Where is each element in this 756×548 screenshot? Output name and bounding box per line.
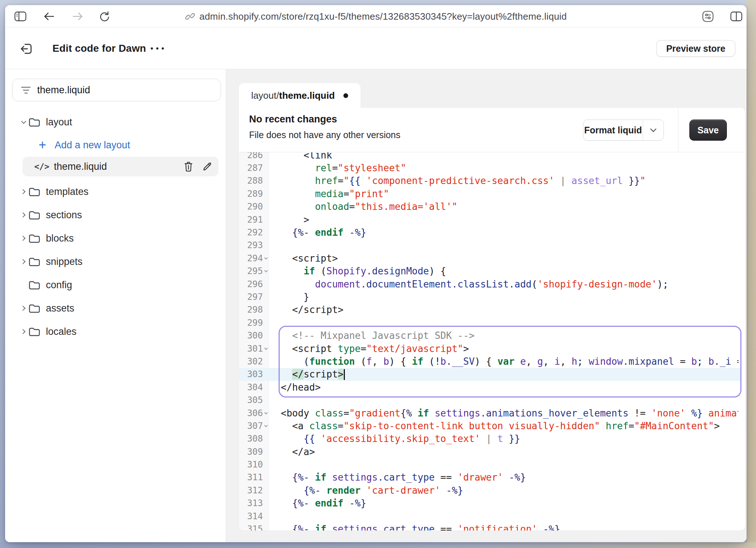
status-subtitle: File does not have any other versions: [249, 130, 401, 140]
app-header: Edit code for Dawn Preview store: [5, 28, 747, 69]
folder-label: blocks: [46, 233, 74, 244]
code-line-289[interactable]: 289 media="print": [239, 187, 745, 200]
line-number: 315: [239, 524, 263, 531]
browser-window: admin.shopify.com/store/rzq1xu-f5/themes…: [5, 5, 747, 542]
file-label: theme.liquid: [54, 161, 107, 172]
url-text[interactable]: admin.shopify.com/store/rzq1xu-f5/themes…: [200, 11, 567, 22]
code-file-icon: </>: [34, 162, 50, 171]
search-value: theme.liquid: [37, 85, 90, 96]
code-line-297[interactable]: 297 }: [239, 290, 745, 303]
code-text: </head>: [269, 382, 739, 393]
line-number: 296: [239, 279, 263, 289]
code-line-295[interactable]: 295 if (Shopify.designMode) {: [239, 265, 745, 278]
address-bar[interactable]: admin.shopify.com/store/rzq1xu-f5/themes…: [5, 5, 747, 28]
desktop-background-right: [747, 0, 756, 548]
chevron-right-icon[interactable]: [21, 236, 26, 241]
line-number: 292: [239, 227, 263, 238]
chevron-down-icon[interactable]: [21, 120, 26, 125]
sidebar-item-config[interactable]: config: [5, 277, 226, 293]
code-text: {%- endif -%}: [269, 498, 739, 509]
folder-icon: [28, 210, 41, 220]
code-line-294[interactable]: 294 <script>: [239, 252, 745, 265]
desktop-background-bottom: [0, 542, 756, 548]
tab-theme-liquid[interactable]: layout/theme.liquid: [239, 83, 361, 108]
code-line-301[interactable]: 301 <script type="text/javascript">: [239, 342, 745, 355]
save-button[interactable]: Save: [689, 120, 727, 141]
code-line-287[interactable]: 287 rel="stylesheet": [239, 161, 745, 174]
preview-store-button[interactable]: Preview store: [656, 40, 735, 57]
sidebar-item-blocks[interactable]: blocks: [5, 230, 226, 246]
code-line-288[interactable]: 288 href="{{ 'component-predictive-searc…: [239, 175, 745, 187]
code-line-315[interactable]: 315 {%- if settings.cart_type == 'notifi…: [239, 522, 745, 531]
chevron-right-icon[interactable]: [21, 329, 26, 334]
code-line-293[interactable]: 293: [239, 239, 745, 252]
chevron-right-icon[interactable]: [21, 259, 26, 264]
chevron-right-icon[interactable]: [21, 189, 26, 194]
code-line-300[interactable]: 300 <!-- Mixpanel Javascript SDK -->: [239, 329, 745, 342]
folder-label: sections: [46, 210, 82, 221]
link-icon: [185, 11, 195, 21]
fold-chevron-icon[interactable]: [263, 412, 269, 414]
rename-file-icon[interactable]: [201, 158, 213, 175]
folder-icon: [28, 117, 41, 127]
fold-chevron-icon[interactable]: [263, 425, 269, 427]
line-number: 295: [239, 266, 263, 276]
line-number: 291: [239, 215, 263, 225]
fold-chevron-icon[interactable]: [263, 258, 269, 259]
sidebar-item-add-layout[interactable]: + Add a new layout: [5, 137, 226, 153]
exit-editor-icon[interactable]: [19, 42, 34, 56]
code-line-314[interactable]: 314: [239, 510, 745, 522]
code-line-310[interactable]: 310: [239, 458, 745, 471]
code-line-309[interactable]: 309 </a>: [239, 445, 745, 458]
code-text: document.documentElement.classList.add('…: [269, 279, 739, 290]
code-line-299[interactable]: 299: [239, 316, 745, 329]
code-line-311[interactable]: 311 {%- if settings.cart_type == 'drawer…: [239, 471, 745, 484]
fold-chevron-icon[interactable]: [263, 348, 269, 349]
line-number: 314: [239, 511, 263, 521]
code-line-303[interactable]: 303 </script>: [239, 368, 745, 381]
code-text: {%- render 'cart-drawer' -%}: [269, 485, 739, 496]
chevron-right-icon[interactable]: [21, 306, 26, 311]
code-line-298[interactable]: 298 </script>: [239, 304, 745, 316]
code-line-312[interactable]: 312 {%- render 'cart-drawer' -%}: [239, 484, 745, 497]
code-line-306[interactable]: 306<body class="gradient{% if settings.a…: [239, 407, 745, 419]
code-line-305[interactable]: 305: [239, 394, 745, 406]
sidebar-item-assets[interactable]: assets: [5, 300, 226, 316]
code-lines: 286 <link287 rel="stylesheet"288 href="{…: [239, 152, 745, 531]
format-liquid-button[interactable]: Format liquid: [583, 120, 664, 141]
code-line-307[interactable]: 307 <a class="skip-to-content-link butto…: [239, 419, 745, 432]
code-line-304[interactable]: 304</head>: [239, 381, 745, 394]
fold-chevron-icon[interactable]: [263, 270, 269, 272]
code-text: </script>: [269, 369, 739, 380]
code-line-313[interactable]: 313 {%- endif -%}: [239, 497, 745, 510]
code-line-291[interactable]: 291 >: [239, 213, 745, 226]
code-line-296[interactable]: 296 document.documentElement.classList.a…: [239, 278, 745, 290]
split-view-icon[interactable]: [728, 5, 744, 28]
file-search-input[interactable]: theme.liquid: [12, 79, 221, 101]
overflow-menu-icon[interactable]: [151, 28, 164, 69]
line-number: 313: [239, 498, 263, 508]
code-editor[interactable]: 286 <link287 rel="stylesheet"288 href="{…: [239, 152, 745, 531]
line-number: 288: [239, 176, 263, 186]
code-text: {%- if settings.cart_type == 'notificati…: [269, 524, 739, 531]
plus-icon: +: [39, 138, 46, 152]
code-line-292[interactable]: 292 {%- endif -%}: [239, 226, 745, 239]
code-line-302[interactable]: 302 (function (f, b) { if (!b.__SV) { va…: [239, 355, 745, 368]
sidebar-item-sections[interactable]: sections: [5, 207, 226, 223]
chevron-down-icon[interactable]: [643, 120, 664, 140]
code-line-290[interactable]: 290 onload="this.media='all'": [239, 200, 745, 213]
sidebar-item-snippets[interactable]: snippets: [5, 254, 226, 270]
sidebar-item-theme-liquid[interactable]: </> theme.liquid: [5, 158, 226, 175]
file-sidebar: theme.liquid layout + Add a new layout <…: [5, 69, 226, 542]
delete-file-icon[interactable]: [182, 158, 194, 175]
folder-icon: [28, 257, 41, 267]
page-settings-icon[interactable]: [700, 5, 716, 28]
code-line-286[interactable]: 286 <link: [239, 152, 745, 161]
line-number: 304: [239, 382, 263, 392]
sidebar-item-locales[interactable]: locales: [5, 324, 226, 340]
code-text: </script>: [269, 304, 739, 315]
chevron-right-icon[interactable]: [21, 212, 26, 218]
sidebar-item-layout[interactable]: layout: [5, 114, 226, 130]
sidebar-item-templates[interactable]: templates: [5, 184, 226, 200]
code-line-308[interactable]: 308 {{ 'accessibility.skip_to_text' | t …: [239, 432, 745, 445]
